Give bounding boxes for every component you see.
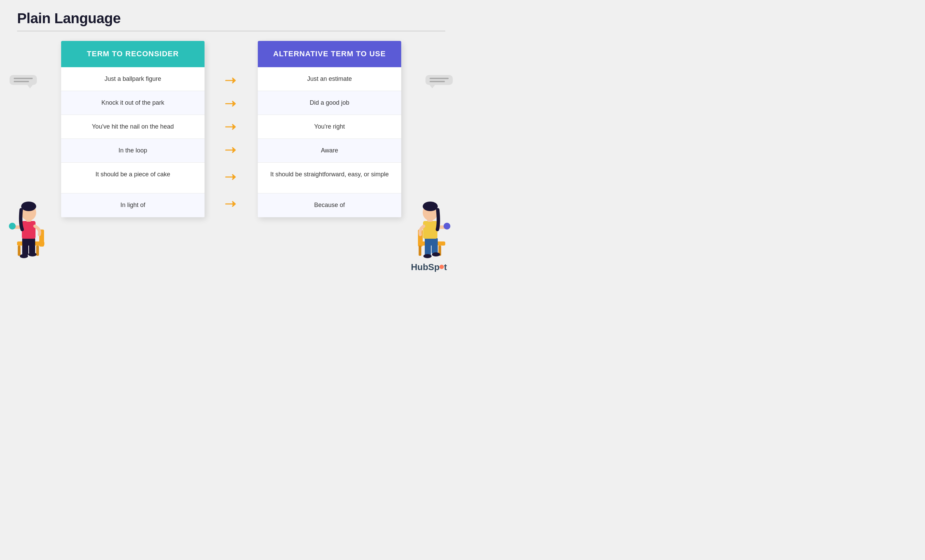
alternative-term-table: ALTERNATIVE TERM TO USE Just an estimate… [258,41,401,217]
svg-point-13 [20,254,28,258]
svg-rect-10 [22,238,35,246]
arrow-6 [225,192,237,216]
svg-point-20 [21,201,36,211]
svg-rect-8 [18,246,21,256]
hubspot-text-end: t [444,262,447,272]
illustration-person-right [406,185,455,264]
hubspot-dot-icon [440,265,444,269]
hubspot-dot-container [440,265,444,269]
svg-point-17 [9,223,16,230]
svg-rect-27 [432,245,438,254]
page-container: Plain Language TERM TO RECONSIDER Just a… [0,0,462,280]
main-content: TERM TO RECONSIDER Just a ballpark figur… [17,41,445,217]
term-row-1: Just a ballpark figure [61,67,205,91]
alternative-term-header: ALTERNATIVE TERM TO USE [258,41,401,67]
svg-rect-23 [419,246,421,256]
alt-row-1: Just an estimate [258,67,401,91]
arrow-2 [225,92,237,115]
term-row-5: It should be a piece of cake [61,163,205,194]
page-title: Plain Language [17,10,445,27]
illustration-person-left [7,185,56,264]
arrow-3 [225,115,237,138]
arrow-4 [225,138,237,162]
term-to-reconsider-body: Just a ballpark figure Knock it out of t… [61,67,205,217]
svg-rect-25 [425,238,438,246]
svg-rect-26 [425,245,431,255]
svg-rect-11 [22,245,28,255]
arrows-column [225,41,237,216]
svg-point-28 [423,254,432,258]
hubspot-logo: HubSp t [411,262,447,272]
arrow-5 [225,162,237,192]
svg-rect-30 [423,221,437,239]
svg-point-14 [28,252,36,257]
svg-point-35 [423,201,438,211]
svg-rect-15 [22,221,36,239]
alt-row-3: You're right [258,115,401,139]
alternative-term-body: Just an estimate Did a good job You're r… [258,67,401,217]
alt-row-4: Aware [258,139,401,163]
svg-rect-9 [36,246,39,256]
term-row-6: In light of [61,194,205,217]
svg-point-29 [432,252,440,257]
hubspot-text: HubSp [411,262,440,272]
title-divider [17,31,445,32]
alt-row-6: Because of [258,194,401,217]
term-to-reconsider-header: TERM TO RECONSIDER [61,41,205,67]
svg-point-32 [444,223,450,230]
term-row-3: You've hit the nail on the head [61,115,205,139]
term-to-reconsider-table: TERM TO RECONSIDER Just a ballpark figur… [61,41,205,217]
alt-row-5: It should be straightforward, easy, or s… [258,163,401,194]
svg-rect-12 [29,245,35,254]
term-row-4: In the loop [61,139,205,163]
arrow-1 [225,69,237,92]
term-row-2: Knock it out of the park [61,91,205,115]
alt-row-2: Did a good job [258,91,401,115]
tables-wrapper: TERM TO RECONSIDER Just a ballpark figur… [61,41,401,217]
